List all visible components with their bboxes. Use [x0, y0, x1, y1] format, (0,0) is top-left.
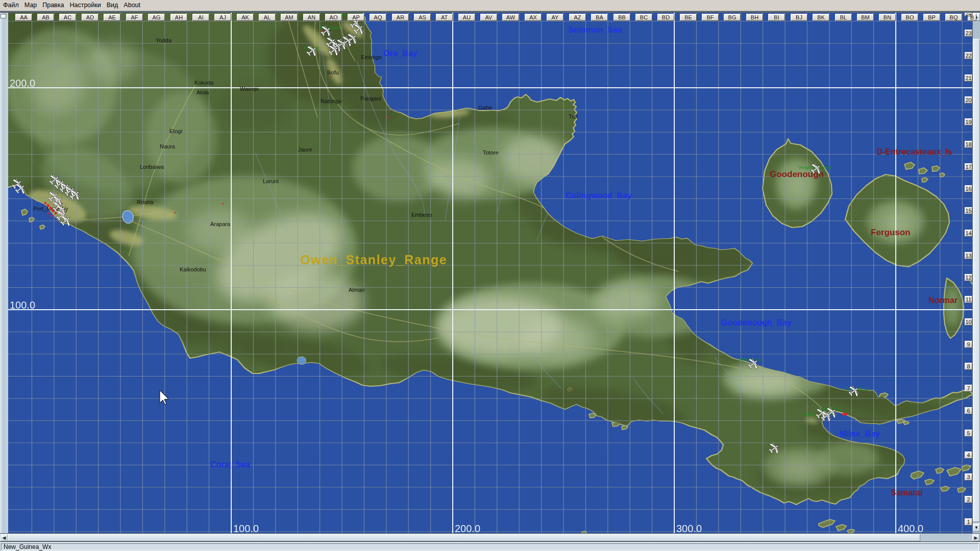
svg-text:Alola: Alola: [197, 89, 209, 95]
svg-text:Totore: Totore: [483, 149, 499, 156]
svg-text:Oro_Bay: Oro_Bay: [383, 49, 418, 58]
svg-text:Goodenough: Goodenough: [770, 169, 824, 179]
svg-text:100.0: 100.0: [233, 523, 259, 533]
svg-text:Arapara: Arapara: [210, 221, 231, 227]
svg-text:Samarai: Samarai: [891, 488, 922, 497]
svg-text:Jaure: Jaure: [298, 146, 312, 153]
svg-text:100.0: 100.0: [10, 299, 35, 311]
svg-text:Bofu: Bofu: [327, 69, 339, 76]
svg-text:Rouna: Rouna: [137, 199, 154, 205]
svg-text:Goodenough_Bay: Goodenough_Bay: [721, 318, 792, 327]
svg-text:Naura: Naura: [160, 143, 176, 149]
svg-text:Kokoda: Kokoda: [194, 80, 214, 86]
svg-text:Solomon_Sea: Solomon_Sea: [568, 26, 622, 34]
svg-text:Wairopi: Wairopi: [240, 86, 259, 92]
svg-text:Gabe: Gabe: [478, 105, 492, 111]
svg-text:D-Entrecasteaux_Is: D-Entrecasteaux_Is: [876, 147, 952, 156]
svg-text:200.0: 200.0: [10, 78, 35, 89]
svg-text:Ferguson: Ferguson: [871, 228, 910, 237]
svg-text:Kaikodobu: Kaikodobu: [180, 266, 206, 272]
svg-text:Etogi: Etogi: [169, 128, 182, 134]
svg-text:Milne_Bay: Milne_Bay: [840, 430, 880, 438]
svg-text:Pangani: Pangani: [360, 95, 381, 102]
svg-text:Almari: Almari: [349, 287, 364, 293]
svg-text:Tuti: Tuti: [569, 113, 578, 119]
svg-text:300.0: 300.0: [676, 523, 702, 533]
svg-text:Normar: Normar: [928, 296, 958, 305]
svg-text:400.0: 400.0: [898, 523, 923, 533]
svg-text:Embogo: Embogo: [361, 54, 382, 60]
svg-text:Loribaiwa: Loribaiwa: [140, 164, 164, 170]
svg-text:Laruni: Laruni: [263, 178, 279, 184]
svg-text:Embeso: Embeso: [411, 212, 432, 218]
svg-text:Owen_Stanley_Range: Owen_Stanley_Range: [300, 253, 447, 267]
svg-text:Yodda: Yodda: [156, 37, 172, 43]
svg-text:200.0: 200.0: [455, 523, 480, 533]
svg-text:Natungo: Natungo: [321, 98, 342, 104]
svg-text:Colingwood_Bay: Colingwood_Bay: [566, 191, 632, 200]
svg-text:Coral_Sea: Coral_Sea: [210, 460, 250, 469]
